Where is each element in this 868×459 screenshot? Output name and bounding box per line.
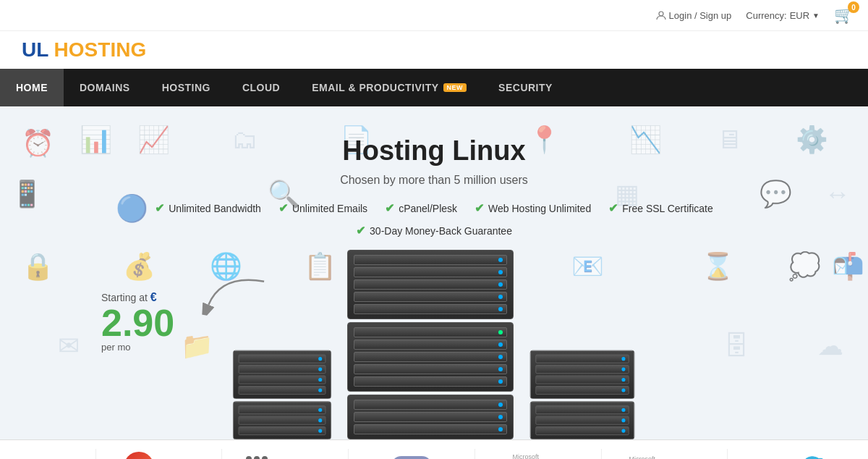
nav-home[interactable]: HOME (0, 69, 64, 106)
site-logo[interactable]: UL HOSTING (22, 38, 146, 62)
check-icon-1: ✔ (155, 201, 164, 215)
top-bar: Login / Sign up Currency: EUR ▼ 🛒 0 (0, 0, 868, 31)
bg-icon-lock: 🔒 (22, 251, 54, 282)
php-icon: php (391, 456, 432, 459)
hero-section: ⏰ 📊 📈 🗂 📄 📍 📉 🖥 ⚙️ 📱 🔵 🔍 ▦ 💬 ↔ 🔒 💰 🌐 📋 📧… (0, 106, 868, 439)
logo-hosting: HOSTING (54, 38, 147, 61)
feature-cpanel: ✔ cPanel/Plesk (385, 201, 457, 215)
check-icon-4: ✔ (475, 201, 484, 215)
login-link[interactable]: Login / Sign up (656, 10, 732, 21)
bg-icon-arrows: ↔ (825, 179, 851, 209)
site-header: UL HOSTING (0, 31, 868, 69)
main-nav: HOME DOMAINS HOSTING CLOUD EMAIL & PRODU… (0, 69, 868, 106)
bg-icon-coin: 💰 (123, 251, 156, 282)
pricing-area: Starting at € 2.90 per mo (101, 291, 174, 353)
bg-icon-chat: 💬 (760, 179, 792, 209)
bg-icon-chart: 📊 (80, 125, 112, 155)
mysql-dolphin-icon: 🐬 (801, 455, 826, 460)
support-logos: cP cPanel PLESK php Microsoft (95, 449, 854, 459)
check-icon-6: ✔ (356, 224, 365, 237)
support-sqlserver: Microsoft SQL Server (601, 449, 728, 459)
supports-bar: Supports ► cP cPanel PLESK (0, 439, 868, 459)
support-aspnet: Microsoft ASP.net (475, 449, 601, 459)
bg-icon-mail: 📬 (832, 251, 864, 282)
cart-badge: 0 (848, 1, 859, 13)
bg-icon-map: 📍 (528, 125, 561, 155)
price-display: 2.90 (101, 304, 174, 342)
features-row2: ✔ 30-Day Money-Back Guarantee (356, 224, 512, 237)
bg-icon-cloud: ☁ (817, 331, 843, 361)
nav-security[interactable]: SECURITY (482, 69, 569, 106)
bg-icon-database: 🗄 (723, 331, 749, 361)
logo-ul: UL (22, 38, 48, 61)
bg-icon-circle: 🔵 (116, 193, 148, 224)
bg-icon-folder: 📁 (181, 331, 213, 361)
server-right (530, 350, 635, 439)
hero-title: Hosting Linux (342, 135, 525, 167)
server-center (347, 250, 514, 439)
sqlserver-icon: Microsoft SQL Server (629, 456, 700, 459)
new-badge: New (443, 83, 467, 92)
arrow-decoration (197, 264, 279, 337)
bg-icon-phone: 📱 (11, 179, 43, 209)
bg-icon-files: 🗂 (231, 125, 258, 155)
bg-icon-settings: ⚙️ (796, 125, 828, 155)
check-icon-5: ✔ (608, 201, 618, 215)
cpanel-icon: cP (124, 452, 154, 459)
support-cpanel: cP cPanel (95, 449, 222, 459)
cart-button[interactable]: 🛒 0 (834, 6, 854, 25)
bg-icon-chat2: 💭 (788, 251, 821, 282)
nav-cloud[interactable]: CLOUD (226, 69, 296, 106)
aspnet-icon: Microsoft ASP.net (513, 454, 563, 459)
check-icon-2: ✔ (278, 201, 288, 215)
support-mysql: My SQL 🐬 (727, 449, 854, 459)
svg-point-0 (659, 12, 663, 16)
feature-ssl: ✔ Free SSL Certificate (608, 201, 713, 215)
feature-bandwidth: ✔ Unlimited Bandwidth (155, 201, 261, 215)
bg-icon-hourglass: ⌛ (702, 251, 734, 282)
nav-hosting[interactable]: HOSTING (146, 69, 226, 106)
check-icon-3: ✔ (385, 201, 394, 215)
plesk-icon (246, 456, 268, 459)
feature-hosting: ✔ Web Hosting Unlimited (475, 201, 591, 215)
features-row: ✔ Unlimited Bandwidth ✔ Unlimited Emails… (155, 201, 712, 215)
bg-icon-letter: ✉ (58, 331, 80, 361)
bg-icon-server: 🖥 (716, 125, 742, 155)
feature-emails: ✔ Unlimited Emails (278, 201, 367, 215)
feature-moneyback: ✔ 30-Day Money-Back Guarantee (356, 224, 512, 237)
server-left (233, 350, 331, 439)
mysql-icon: My SQL 🐬 (755, 455, 826, 460)
bg-icon-analytics: 📈 (137, 125, 170, 155)
nav-domains[interactable]: DOMAINS (64, 69, 146, 106)
currency-dropdown-arrow: ▼ (812, 12, 820, 20)
nav-email-productivity[interactable]: EMAIL & PRODUCTIVITY New (296, 69, 482, 106)
bg-icon-bar: 📉 (629, 125, 662, 155)
support-php: php (348, 449, 475, 459)
hero-subtitle: Chosen by more than 5 million users (340, 174, 528, 187)
support-plesk: PLESK (221, 449, 348, 459)
bg-icon-clock: ⏰ (22, 128, 54, 159)
currency-selector[interactable]: Currency: EUR ▼ (746, 10, 820, 21)
server-illustration (224, 250, 644, 439)
